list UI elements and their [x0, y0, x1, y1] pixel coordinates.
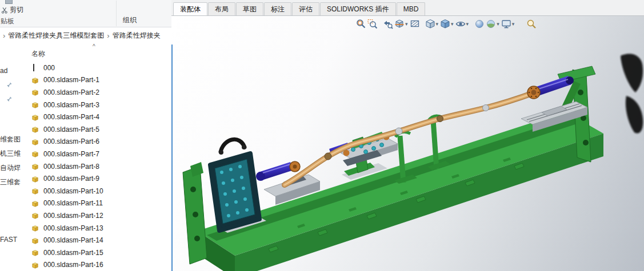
sw-tab[interactable]: 草图 [236, 2, 263, 15]
breadcrumb-main[interactable]: 管路柔性焊接夹具三维模型套图 [8, 31, 104, 41]
zoom-to-fit-button[interactable] [355, 18, 367, 30]
sw-tab-label: 标注 [271, 5, 285, 14]
zoom-to-fit-icon [356, 19, 366, 29]
cut-button[interactable]: 剪切 [1, 5, 23, 15]
file-row[interactable]: 000.sldasm-Part-11 [0, 197, 171, 210]
file-row[interactable]: 000.sldasm-Part-4 [0, 111, 171, 123]
organize-button[interactable]: 组织 [123, 15, 137, 25]
sw-tab[interactable]: MBD [397, 2, 426, 15]
sw-tab[interactable]: SOLIDWORKS 插件 [320, 2, 396, 15]
zoom-to-area-button[interactable] [367, 18, 378, 30]
file-row[interactable]: 000.sldasm-Part-12 [0, 209, 171, 222]
zoom-magnifier-button[interactable] [526, 18, 537, 30]
sldasm-file-icon [31, 211, 39, 220]
file-name: 000.sldasm-Part-9 [43, 175, 99, 183]
file-row[interactable]: 000.sldasm-Part-3 [0, 99, 171, 111]
file-row[interactable]: 000.sldasm-Part-6 [0, 136, 171, 148]
assembly-model [171, 16, 644, 271]
hide-show-items-button[interactable]: ▾ [455, 18, 470, 30]
sw-tab[interactable]: 布局 [208, 2, 235, 15]
file-name: 000.sldasm-Part-4 [43, 113, 99, 121]
file-explorer-window: 剪切 贴板 组织 › 管路柔性焊接夹具三维模型套图 › 管路柔性焊接夹 ^ 名称… [0, 0, 172, 271]
scene-ball-icon [486, 19, 496, 29]
sldasm-file-icon [31, 187, 39, 195]
sldasm-file-icon [31, 76, 39, 84]
file-row[interactable]: 000.sldasm-Part-13 [0, 222, 171, 234]
clipboard-group-label: 贴板 [1, 17, 14, 26]
sw-tab-label: SOLIDWORKS 插件 [327, 5, 389, 14]
zoom-to-area-icon [367, 19, 378, 29]
dropdown-chevron-icon: ▾ [436, 22, 439, 27]
edit-appearance-button[interactable] [474, 18, 485, 30]
nav-item-fragment[interactable]: 三维套 [0, 177, 21, 187]
breadcrumb: › 管路柔性焊接夹具三维模型套图 › 管路柔性焊接夹 [0, 28, 171, 43]
file-row[interactable]: 000.sldasm-Part-9 [0, 172, 171, 185]
breadcrumb-sub[interactable]: 管路柔性焊接夹 [113, 31, 161, 41]
sw-tab[interactable]: 装配体 [173, 2, 207, 15]
nav-item-fragment[interactable]: 机三维 [0, 149, 21, 159]
chevron-icon: › [3, 32, 5, 39]
sldasm-file-icon [31, 224, 39, 232]
sw-tab-label: 装配体 [180, 5, 201, 14]
dynamic-annotation-views-icon [410, 19, 420, 29]
file-row[interactable]: 000.sldasm-Part-14 [0, 234, 171, 246]
sldasm-file-icon [31, 137, 39, 146]
file-row[interactable]: 000.sldasm-Part-16 [0, 259, 171, 271]
file-row[interactable]: 000.sldasm-Part-2 [0, 86, 171, 99]
file-name: 000 [43, 64, 55, 72]
file-name: 000.sldasm-Part-12 [43, 212, 103, 220]
ribbon-separator [116, 1, 117, 26]
sw-tab-bar: 装配体 布局 草图 标注 评估 SOLIDWORKS 插件 MBD [171, 0, 644, 16]
previous-view-button[interactable] [382, 18, 394, 30]
file-row[interactable]: 000.sldasm-Part-5 [0, 123, 171, 136]
sw-tab[interactable]: 标注 [264, 2, 291, 15]
dynamic-annotation-views-button[interactable] [409, 18, 421, 30]
dropdown-chevron-icon: ▾ [405, 22, 408, 27]
view-settings-button[interactable]: ▾ [501, 18, 516, 30]
previous-view-icon [383, 19, 393, 29]
section-view-icon [394, 19, 405, 29]
file-name: 000.sldasm-Part-6 [43, 137, 99, 145]
sw-tab[interactable]: 评估 [292, 2, 319, 15]
view-orientation-button[interactable]: ▾ [425, 18, 440, 30]
file-name: 000.sldasm-Part-15 [43, 249, 103, 257]
sldasm-file-icon [31, 175, 39, 183]
file-row[interactable]: 000.sldasm-Part-15 [0, 246, 171, 259]
sldasm-file-icon [31, 199, 39, 208]
file-name: 000.sldasm-Part-3 [43, 101, 99, 109]
file-row[interactable]: 000.sldasm-Part-8 [0, 160, 171, 173]
sldasm-file-icon [31, 88, 39, 96]
sldasm-file-icon [31, 236, 39, 245]
sw-tab-label: 草图 [243, 5, 257, 14]
display-style-button[interactable]: ▾ [439, 18, 455, 30]
file-row[interactable]: 000.sldasm-Part-1 [0, 74, 171, 87]
file-name: 000.sldasm-Part-7 [43, 150, 99, 158]
file-row[interactable]: 000.sldasm-Part-7 [0, 148, 171, 160]
display-style-icon [440, 19, 450, 29]
cut-label: 剪切 [10, 5, 23, 15]
file-row[interactable]: 000 [0, 62, 171, 74]
apply-scene-button[interactable]: ▾ [485, 18, 501, 30]
sw-3d-viewport[interactable]: ▾ ▾ [171, 16, 644, 271]
sldasm-file-icon [31, 149, 39, 158]
file-name: 000.sldasm-Part-5 [43, 126, 99, 134]
pin-icon [6, 82, 13, 88]
nav-item-fragment[interactable]: 自动焊 [0, 163, 21, 173]
sw-tab-label: 布局 [215, 5, 229, 14]
section-view-button[interactable]: ▾ [394, 18, 409, 30]
nav-item-fragment[interactable]: 维套图 [0, 135, 21, 144]
window-edge-accent [171, 45, 173, 271]
nav-item-fragment[interactable]: ad [0, 67, 7, 75]
dropdown-chevron-icon: ▾ [466, 22, 469, 27]
file-list-header: ^ 名称 [0, 43, 171, 60]
file-row[interactable]: 000.sldasm-Part-10 [0, 185, 171, 197]
render-artifact [621, 54, 643, 133]
file-name: 000.sldasm-Part-16 [43, 261, 103, 269]
file-name: 000.sldasm-Part-2 [43, 88, 99, 96]
pin-icon [6, 96, 13, 102]
heads-up-toolbar: ▾ ▾ [355, 18, 537, 30]
paste-icon[interactable] [5, 0, 13, 4]
name-column-header[interactable]: 名称 [31, 49, 45, 59]
explorer-ribbon: 剪切 贴板 组织 [0, 0, 171, 27]
nav-item-fragment[interactable]: FAST [0, 236, 17, 244]
